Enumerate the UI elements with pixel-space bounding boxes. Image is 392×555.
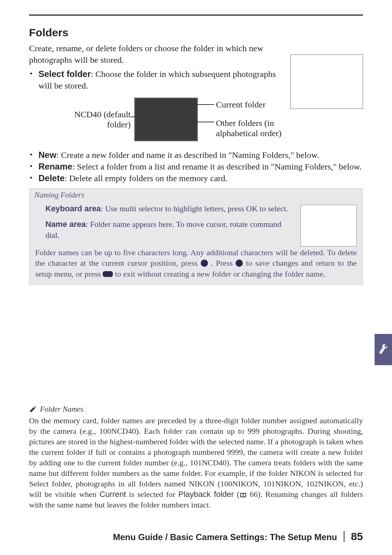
wrench-icon: [379, 343, 388, 356]
naming-row1-label: Keyboard area: [45, 204, 101, 213]
footnote-body-pre: On the memory card, folder names are pre…: [29, 416, 363, 499]
diagram-line: [131, 117, 147, 117]
naming-screenshot: [301, 205, 357, 246]
footnote-title: Folder Names: [40, 405, 83, 414]
diagram-left-label: NCD40 (default folder): [54, 109, 131, 130]
intro-text: Create, rename, or delete folders or cho…: [29, 42, 290, 66]
footer-divider: [344, 531, 344, 542]
pencil-icon: [29, 405, 37, 413]
bullet-text: : Create a new folder and name it as des…: [56, 150, 319, 160]
bullet-rename: Rename: Select a folder from a list and …: [29, 161, 363, 172]
naming-text: Keyboard area: Use multi selector to hig…: [34, 203, 295, 246]
footer-title: Menu Guide / Basic Camera Settings: The …: [113, 532, 337, 542]
zoom-icon: [236, 260, 243, 267]
diagram-line: [174, 122, 214, 122]
footnote-playback-folder: Playback folder: [178, 490, 234, 499]
bullet-label: Delete: [38, 173, 65, 183]
naming-footer-mid: . Press: [211, 258, 236, 268]
naming-footer-end: to exit without creating a new folder or…: [115, 269, 325, 278]
bullet-text: : Select a folder from a list and rename…: [72, 162, 362, 171]
footnote-current: Current: [99, 490, 126, 499]
diagram-right-label-2: Other folders (in alphabetical order): [216, 118, 310, 139]
folder-diagram: NCD40 (default folder) Current folder Ot…: [29, 98, 363, 145]
footnote-body: On the memory card, folder names are pre…: [29, 415, 363, 510]
naming-title: Naming Folders: [34, 191, 358, 200]
diagram-line: [174, 104, 214, 105]
footnote-ref-open: (: [237, 490, 240, 499]
section-heading: Folders: [29, 26, 363, 39]
bullet-select-folder: Select folder: Choose the folder in whic…: [29, 68, 290, 92]
diagram-right-label-1: Current folder: [216, 100, 266, 110]
trash-icon: [201, 260, 208, 267]
naming-row1-text: : Use multi selector to highlight letter…: [101, 204, 288, 213]
menu-icon: [103, 271, 113, 277]
bullet-label: Rename: [38, 162, 72, 171]
naming-footer: Folder names can be up to five character…: [34, 247, 358, 279]
footer-page-number: 85: [351, 530, 363, 543]
top-rule: [29, 15, 363, 16]
side-tab: [375, 334, 392, 365]
bullet-label: Select folder: [38, 69, 91, 79]
footnote-body-mid: is selected for: [129, 490, 179, 499]
bullet-text: : Delete all empty folders on the memory…: [65, 174, 228, 183]
bullet-list-mid: New: Create a new folder and name it as …: [29, 149, 363, 184]
bullet-delete: Delete: Delete all empty folders on the …: [29, 172, 363, 184]
page-reference-icon: [240, 492, 247, 498]
page-footer: Menu Guide / Basic Camera Settings: The …: [113, 530, 363, 543]
footnote-header: Folder Names: [29, 405, 363, 414]
bullet-label: New: [38, 150, 56, 160]
diagram-line: [147, 116, 172, 117]
naming-folders-box: Naming Folders Keyboard area: Use multi …: [29, 188, 363, 285]
diagram-line: [172, 104, 173, 116]
bullet-new: New: Create a new folder and name it as …: [29, 149, 363, 161]
naming-row2-label: Name area: [45, 220, 86, 229]
